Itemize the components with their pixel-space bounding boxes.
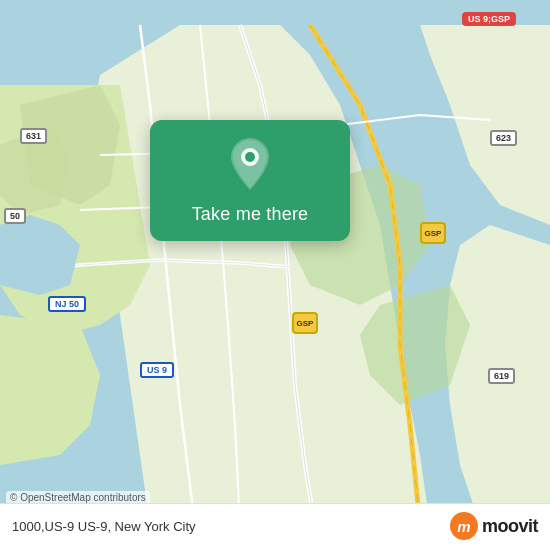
moovit-letter: m [457, 518, 470, 535]
badge-619: 619 [488, 368, 515, 384]
popup-label: Take me there [192, 204, 309, 225]
map-container: Take me there US 9;GSP 631 50 GSP 623 NJ… [0, 0, 550, 550]
map-background [0, 0, 550, 550]
location-text: 1000,US-9 US-9, New York City [12, 519, 450, 534]
badge-631: 631 [20, 128, 47, 144]
moovit-icon: m [450, 512, 478, 540]
badge-nj50: NJ 50 [48, 296, 86, 312]
badge-623: 623 [490, 130, 517, 146]
badge-gsp-mid: GSP [420, 222, 446, 244]
badge-us9-gsp-top: US 9;GSP [462, 12, 516, 26]
badge-gsp-lower: GSP [292, 312, 318, 334]
popup-card[interactable]: Take me there [150, 120, 350, 241]
moovit-logo: m moovit [450, 512, 538, 540]
svg-point-2 [245, 152, 255, 162]
badge-us9: US 9 [140, 362, 174, 378]
badge-50: 50 [4, 208, 26, 224]
moovit-wordmark: moovit [482, 516, 538, 537]
pin-icon [222, 138, 278, 194]
bottom-bar: 1000,US-9 US-9, New York City m moovit [0, 503, 550, 550]
